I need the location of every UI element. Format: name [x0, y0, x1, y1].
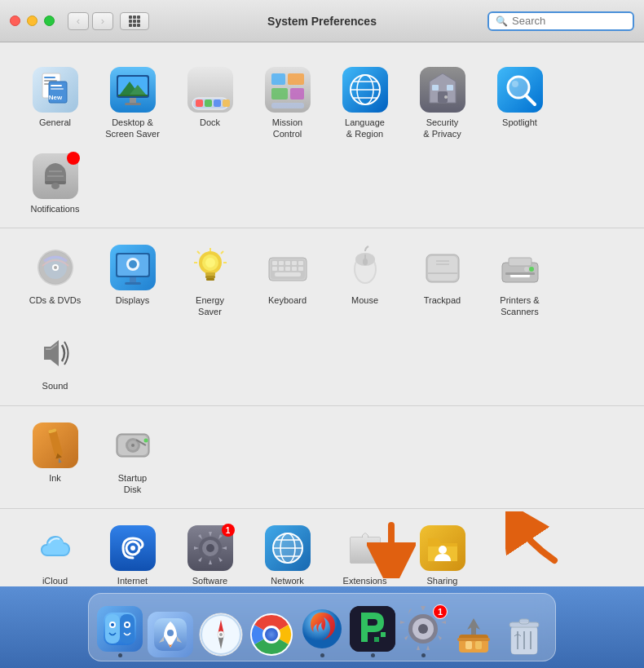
- software-update-badge: 1: [222, 524, 235, 537]
- cds-dvds-icon: [33, 245, 78, 290]
- dock-item-downloads[interactable]: [451, 612, 496, 657]
- svg-rect-189: [374, 637, 379, 642]
- startup-disk-icon: [110, 422, 156, 468]
- svg-rect-196: [465, 641, 472, 649]
- svg-point-179: [219, 633, 223, 636]
- pref-dock[interactable]: Dock: [171, 60, 249, 147]
- dock-item-system-prefs[interactable]: 1: [400, 606, 446, 657]
- energy-saver-label: EnergySaver: [196, 294, 224, 318]
- icloud-label: iCloud: [42, 575, 68, 586]
- software-update-icon: 1: [187, 525, 233, 571]
- energy-saver-icon: [187, 245, 233, 290]
- traffic-lights: [10, 15, 55, 26]
- forward-button[interactable]: ›: [92, 12, 113, 30]
- svg-rect-88: [272, 267, 277, 271]
- svg-rect-48: [447, 85, 453, 91]
- svg-rect-86: [292, 261, 297, 265]
- pref-desktop-screensaver[interactable]: Desktop &Screen Saver: [94, 60, 171, 147]
- svg-point-55: [51, 183, 60, 189]
- svg-rect-75: [206, 278, 214, 281]
- language-region-icon: [342, 67, 388, 113]
- sound-icon: [33, 330, 78, 376]
- pref-printers-scanners[interactable]: Printers &Scanners: [481, 238, 558, 325]
- pref-extensions[interactable]: Extensions: [326, 519, 404, 586]
- pref-spotlight[interactable]: Spotlight: [481, 60, 558, 147]
- svg-rect-85: [285, 261, 290, 265]
- svg-rect-199: [471, 626, 476, 635]
- icon-grid-hardware2: Ink: [16, 416, 628, 502]
- pref-keyboard[interactable]: Keyboard: [249, 238, 326, 325]
- maximize-button[interactable]: [44, 15, 55, 26]
- svg-rect-87: [298, 261, 303, 265]
- dock-item-firefox[interactable]: [299, 606, 345, 657]
- language-region-label: Language& Region: [345, 117, 385, 140]
- svg-rect-197: [475, 641, 482, 649]
- svg-rect-24: [130, 98, 136, 103]
- svg-rect-7: [133, 24, 136, 27]
- svg-point-107: [529, 267, 534, 272]
- pref-internet-accounts[interactable]: InternetAccounts: [94, 519, 171, 586]
- svg-point-170: [111, 623, 114, 626]
- pref-language-region[interactable]: Language& Region: [326, 60, 404, 147]
- svg-rect-93: [275, 272, 301, 276]
- svg-line-80: [197, 251, 200, 254]
- minimize-button[interactable]: [27, 15, 37, 26]
- close-button[interactable]: [10, 15, 20, 26]
- svg-rect-168: [105, 614, 120, 644]
- safari-icon: [198, 612, 244, 657]
- svg-point-124: [130, 546, 135, 551]
- dock-item-chrome[interactable]: [249, 612, 294, 657]
- svg-rect-1: [133, 15, 136, 19]
- svg-point-183: [265, 628, 278, 641]
- svg-point-119: [131, 444, 135, 447]
- startup-disk-label: StartupDisk: [118, 472, 147, 496]
- keyboard-icon: [265, 245, 311, 290]
- search-box[interactable]: 🔍: [487, 11, 634, 31]
- pref-energy-saver[interactable]: EnergySaver: [171, 238, 249, 325]
- security-privacy-icon: [420, 67, 465, 113]
- search-input[interactable]: [512, 15, 626, 27]
- section-internet: iCloud InternetAcc: [0, 509, 644, 586]
- dock-item-safari[interactable]: [198, 612, 244, 657]
- svg-point-175: [167, 630, 174, 636]
- pref-trackpad[interactable]: Trackpad: [404, 238, 481, 325]
- dock-item-finder[interactable]: [97, 606, 143, 657]
- printers-scanners-label: Printers &Scanners: [500, 294, 539, 318]
- grid-view-button[interactable]: [120, 12, 149, 30]
- internet-accounts-icon: [110, 525, 156, 571]
- pref-mission-control[interactable]: MissionControl: [249, 60, 326, 147]
- pref-sound[interactable]: Sound: [16, 324, 94, 398]
- pref-startup-disk[interactable]: StartupDisk: [94, 416, 171, 502]
- svg-rect-188: [381, 632, 386, 637]
- svg-rect-83: [272, 261, 277, 265]
- svg-rect-89: [279, 267, 284, 271]
- dock-area: 1: [0, 586, 644, 668]
- finder-dot: [118, 653, 122, 657]
- ink-label: Ink: [49, 472, 61, 484]
- dock-item-trash[interactable]: [501, 612, 547, 657]
- pref-network[interactable]: Network: [249, 519, 326, 586]
- dock-item-launchpad[interactable]: [148, 612, 193, 657]
- pref-mouse[interactable]: Mouse: [326, 238, 404, 325]
- dock-item-pixelmator[interactable]: [350, 606, 395, 657]
- pref-notifications[interactable]: Notifications: [16, 147, 94, 221]
- pref-cds-dvds[interactable]: CDs & DVDs: [16, 238, 94, 325]
- pref-software-update[interactable]: 1 SoftwareUpdate: [171, 519, 249, 586]
- svg-rect-30: [214, 100, 221, 107]
- pref-ink[interactable]: Ink: [16, 416, 94, 502]
- section-hardware2: Ink: [0, 406, 644, 510]
- sound-label: Sound: [42, 380, 68, 392]
- displays-label: Displays: [116, 294, 150, 306]
- pref-displays[interactable]: Displays: [94, 238, 171, 325]
- pref-general[interactable]: New General: [16, 60, 94, 147]
- network-label: Network: [271, 575, 303, 586]
- pref-icloud[interactable]: iCloud: [16, 519, 94, 586]
- pref-security-privacy[interactable]: Security& Privacy: [404, 60, 481, 147]
- system-prefs-badge: 1: [433, 604, 448, 619]
- downloads-icon: [451, 612, 496, 657]
- back-button[interactable]: ‹: [68, 12, 89, 30]
- svg-rect-3: [129, 20, 132, 23]
- pref-sharing[interactable]: Sharing: [404, 519, 481, 586]
- launchpad-icon: [148, 612, 193, 657]
- svg-point-72: [205, 258, 215, 268]
